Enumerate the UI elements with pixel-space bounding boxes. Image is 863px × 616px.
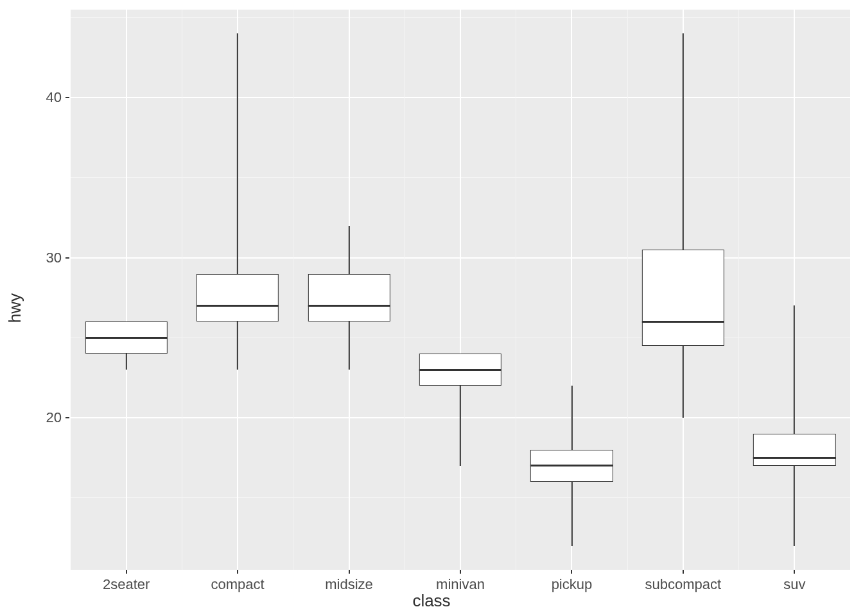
x-tick-mark (126, 570, 127, 574)
gridline-minor-v (405, 10, 405, 570)
box (196, 274, 279, 322)
x-tick-mark (237, 570, 238, 574)
box (308, 274, 390, 322)
gridline-minor-v (738, 10, 739, 570)
whisker-line (794, 305, 795, 545)
x-tick-mark (460, 570, 461, 574)
boxplot-2seater (85, 10, 168, 570)
gridline-minor-v (516, 10, 516, 570)
x-tick-mark (683, 570, 684, 574)
y-tick-label: 30 (46, 250, 62, 266)
y-tick-mark (65, 97, 69, 98)
x-tick-mark (794, 570, 795, 574)
boxplot-suv (753, 10, 835, 570)
gridline-minor-v (182, 10, 182, 570)
x-tick-label: 2seater (103, 576, 150, 593)
median-line (530, 465, 613, 466)
boxplot-pickup (530, 10, 613, 570)
boxplot-midsize (308, 10, 390, 570)
y-tick-mark (65, 257, 69, 259)
boxplot-chart: hwy class 2030402seatercompactmidsizemin… (0, 0, 863, 616)
x-tick-mark (349, 570, 350, 574)
x-tick-label: suv (783, 576, 805, 593)
median-line (196, 305, 279, 307)
x-tick-label: subcompact (645, 576, 722, 593)
x-tick-label: minivan (436, 576, 485, 593)
x-tick-label: pickup (552, 576, 593, 593)
gridline-minor-v (627, 10, 628, 570)
y-axis-title: hwy (5, 293, 25, 323)
y-tick-label: 40 (46, 89, 62, 106)
box (642, 250, 724, 346)
x-tick-mark (571, 570, 572, 574)
boxplot-subcompact (642, 10, 724, 570)
median-line (419, 369, 501, 371)
boxplot-minivan (419, 10, 501, 570)
y-tick-mark (65, 417, 69, 418)
median-line (642, 321, 724, 323)
median-line (308, 305, 390, 307)
boxplot-compact (196, 10, 279, 570)
median-line (753, 457, 835, 459)
x-tick-label: midsize (325, 576, 373, 593)
median-line (85, 337, 168, 339)
x-axis-title: class (412, 591, 450, 611)
x-tick-label: compact (211, 576, 265, 593)
box (753, 434, 835, 466)
plot-panel: 2030402seatercompactmidsizeminivanpickup… (71, 10, 850, 570)
whisker-line (683, 33, 684, 418)
gridline-minor-v (293, 10, 293, 570)
y-tick-label: 20 (46, 409, 62, 426)
